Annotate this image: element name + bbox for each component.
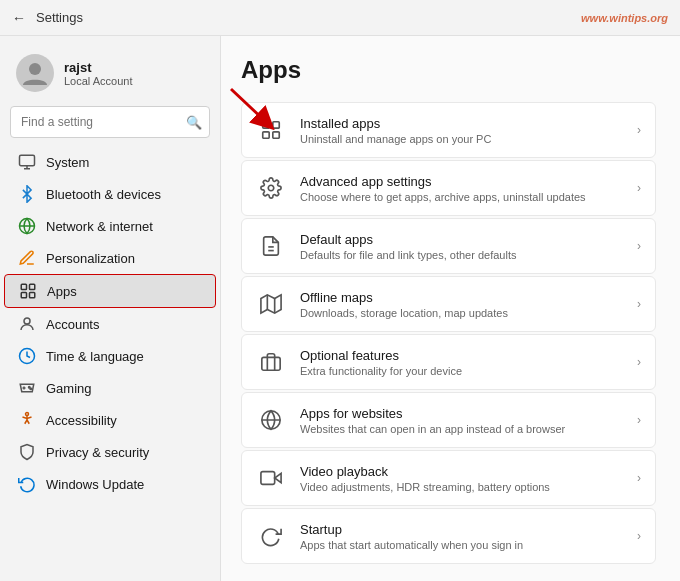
settings-item-title: Apps for websites [300,406,623,421]
startup-settings-icon [256,521,286,551]
privacy-icon [18,443,36,461]
time-icon [18,347,36,365]
sidebar-item-privacy[interactable]: Privacy & security [4,436,216,468]
settings-item-desc: Video adjustments, HDR streaming, batter… [300,481,623,493]
svg-rect-24 [262,357,280,370]
video-settings-icon [256,463,286,493]
svg-rect-6 [30,284,35,289]
svg-rect-8 [30,293,35,298]
settings-item-optional-features[interactable]: Optional features Extra functionality fo… [241,334,656,390]
search-box: 🔍 [10,106,210,138]
sidebar-item-label: Windows Update [46,477,144,492]
settings-item-desc: Websites that can open in an app instead… [300,423,623,435]
advanced-settings-icon [256,173,286,203]
network-icon [18,217,36,235]
user-info: rajst Local Account [64,60,133,87]
websites-settings-icon [256,405,286,435]
settings-item-title: Installed apps [300,116,623,131]
settings-item-title: Default apps [300,232,623,247]
title-bar: ← Settings www.wintips.org [0,0,680,36]
svg-rect-1 [20,155,35,166]
sidebar-item-label: Network & internet [46,219,153,234]
sidebar-item-label: Time & language [46,349,144,364]
settings-item-title: Video playback [300,464,623,479]
settings-item-title: Optional features [300,348,623,363]
sidebar-item-label: Privacy & security [46,445,149,460]
sidebar-item-bluetooth[interactable]: Bluetooth & devices [4,178,216,210]
settings-item-apps-for-websites[interactable]: Apps for websites Websites that can open… [241,392,656,448]
chevron-right-icon: › [637,181,641,195]
sidebar-item-apps[interactable]: Apps [4,274,216,308]
sidebar: rajst Local Account 🔍 System Bluetooth &… [0,36,220,581]
settings-item-desc: Apps that start automatically when you s… [300,539,623,551]
chevron-right-icon: › [637,123,641,137]
settings-item-desc: Extra functionality for your device [300,365,623,377]
chevron-right-icon: › [637,471,641,485]
settings-list: Installed apps Uninstall and manage apps… [241,102,656,564]
sidebar-item-label: Personalization [46,251,135,266]
sidebar-item-network[interactable]: Network & internet [4,210,216,242]
settings-item-installed-apps[interactable]: Installed apps Uninstall and manage apps… [241,102,656,158]
accounts-icon [18,315,36,333]
sidebar-item-accounts[interactable]: Accounts [4,308,216,340]
title-bar-title: Settings [36,10,83,25]
sidebar-item-label: Accounts [46,317,99,332]
svg-marker-21 [261,295,281,313]
settings-item-text: Video playback Video adjustments, HDR st… [300,464,623,493]
installed-settings-icon [256,115,286,145]
search-input[interactable] [10,106,210,138]
settings-item-text: Apps for websites Websites that can open… [300,406,623,435]
settings-item-startup[interactable]: Startup Apps that start automatically wh… [241,508,656,564]
settings-item-advanced-app-settings[interactable]: Advanced app settings Choose where to ge… [241,160,656,216]
svg-rect-5 [21,284,26,289]
chevron-right-icon: › [637,297,641,311]
settings-item-text: Startup Apps that start automatically wh… [300,522,623,551]
sidebar-item-accessibility[interactable]: Accessibility [4,404,216,436]
svg-point-12 [30,388,32,390]
settings-item-text: Default apps Defaults for file and link … [300,232,623,261]
sidebar-item-label: Apps [47,284,77,299]
settings-item-text: Optional features Extra functionality fo… [300,348,623,377]
back-button[interactable]: ← [12,10,26,26]
svg-point-18 [268,185,274,191]
settings-item-offline-maps[interactable]: Offline maps Downloads, storage location… [241,276,656,332]
update-icon [18,475,36,493]
sidebar-item-label: Gaming [46,381,92,396]
settings-item-desc: Downloads, storage location, map updates [300,307,623,319]
settings-item-text: Advanced app settings Choose where to ge… [300,174,623,203]
settings-item-desc: Choose where to get apps, archive apps, … [300,191,623,203]
settings-item-default-apps[interactable]: Default apps Defaults for file and link … [241,218,656,274]
sidebar-item-update[interactable]: Windows Update [4,468,216,500]
watermark: www.wintips.org [581,12,668,24]
sidebar-item-label: System [46,155,89,170]
settings-item-text: Installed apps Uninstall and manage apps… [300,116,623,145]
sidebar-item-time[interactable]: Time & language [4,340,216,372]
settings-item-title: Offline maps [300,290,623,305]
search-icon: 🔍 [186,115,202,130]
settings-item-desc: Uninstall and manage apps on your PC [300,133,623,145]
user-name: rajst [64,60,133,75]
settings-item-title: Startup [300,522,623,537]
sidebar-item-label: Accessibility [46,413,117,428]
chevron-right-icon: › [637,355,641,369]
svg-rect-14 [263,122,269,128]
sidebar-item-gaming[interactable]: Gaming [4,372,216,404]
svg-rect-15 [273,122,279,128]
gaming-icon [18,379,36,397]
svg-point-9 [24,318,30,324]
settings-item-video-playback[interactable]: Video playback Video adjustments, HDR st… [241,450,656,506]
user-profile[interactable]: rajst Local Account [0,44,220,106]
content-area: Apps Installed apps Uninstall and manage… [220,36,680,581]
settings-item-title: Advanced app settings [300,174,623,189]
sidebar-item-personalization[interactable]: Personalization [4,242,216,274]
sidebar-item-system[interactable]: System [4,146,216,178]
sidebar-item-label: Bluetooth & devices [46,187,161,202]
settings-item-text: Offline maps Downloads, storage location… [300,290,623,319]
default-settings-icon [256,231,286,261]
accessibility-icon [18,411,36,429]
settings-item-desc: Defaults for file and link types, other … [300,249,623,261]
maps-settings-icon [256,289,286,319]
chevron-right-icon: › [637,239,641,253]
main-container: rajst Local Account 🔍 System Bluetooth &… [0,36,680,581]
svg-marker-26 [275,473,281,482]
